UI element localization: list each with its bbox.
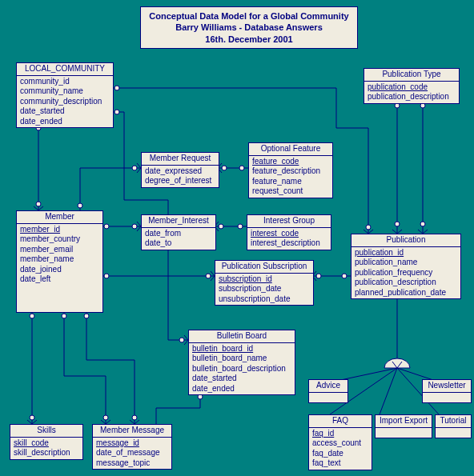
svg-point-48 xyxy=(104,274,109,278)
svg-point-49 xyxy=(206,274,211,278)
svg-point-23 xyxy=(132,415,137,420)
entity-publication-subscription: Publication Subscription subscription_id… xyxy=(215,260,314,306)
svg-line-83 xyxy=(392,362,397,368)
svg-point-27 xyxy=(104,224,109,229)
title-line3: 16th. December 2001 xyxy=(149,34,349,45)
entity-publication: Publication publication_id publication_n… xyxy=(351,234,461,299)
entity-member: Member member_id member_country member_e… xyxy=(16,210,103,313)
svg-point-64 xyxy=(420,222,425,226)
svg-point-59 xyxy=(395,222,400,226)
svg-point-4 xyxy=(36,202,41,206)
svg-point-38 xyxy=(78,203,82,208)
entity-member-request: Member Request date_expressed degree_of_… xyxy=(141,152,219,188)
entity-import-export: Import Export xyxy=(375,414,432,438)
entity-newsletter: Newsletter xyxy=(422,379,472,403)
title-line1: Conceptual Data Model for a Global Commu… xyxy=(149,10,349,22)
svg-point-28 xyxy=(132,224,137,229)
entity-interest-group: Interest Group interest_code interest_de… xyxy=(247,214,331,250)
svg-point-71 xyxy=(114,110,119,114)
svg-point-68 xyxy=(366,225,371,230)
svg-line-84 xyxy=(397,362,402,368)
entity-bulletin-board: Bulletin Board bulletin_board_id bulleti… xyxy=(188,330,295,395)
entity-tutorial: Tutorial xyxy=(435,414,472,438)
entity-optional-feature: Optional Feature feature_code feature_de… xyxy=(248,142,333,198)
entity-publication-type: Publication Type publication_code public… xyxy=(364,68,460,104)
entity-local-community: LOCAL_COMMUNITY community_id community_n… xyxy=(16,62,114,128)
title-line2: Barry Williams - Database Answers xyxy=(149,22,349,33)
svg-point-43 xyxy=(239,166,244,170)
svg-point-39 xyxy=(132,166,137,170)
svg-point-54 xyxy=(316,274,321,278)
svg-point-72 xyxy=(179,338,184,342)
entity-member-interest: Member_Interest date_from date_to xyxy=(141,214,216,250)
svg-line-80 xyxy=(380,368,397,414)
svg-point-16 xyxy=(103,415,108,420)
diagram-title: Conceptual Data Model for a Global Commu… xyxy=(140,6,358,49)
svg-point-9 xyxy=(30,415,34,420)
entity-faq: FAQ faq_id access_count faq_date faq_tex… xyxy=(308,414,372,470)
entity-skills: Skills skill_code skill_description xyxy=(10,424,83,460)
svg-point-32 xyxy=(238,224,243,229)
svg-point-44 xyxy=(222,166,227,170)
svg-point-58 xyxy=(395,103,400,108)
diagram-canvas: Conceptual Data Model for a Global Commu… xyxy=(0,0,474,476)
entity-header: LOCAL_COMMUNITY xyxy=(17,63,113,76)
svg-point-53 xyxy=(342,274,347,278)
svg-point-22 xyxy=(84,314,89,318)
entity-advice: Advice xyxy=(308,379,348,403)
entity-member-message: Member Message message_id date_of_messag… xyxy=(92,424,172,470)
svg-point-15 xyxy=(62,314,66,318)
svg-point-63 xyxy=(420,103,425,108)
svg-point-33 xyxy=(219,224,223,229)
svg-point-8 xyxy=(30,314,34,318)
svg-point-67 xyxy=(114,86,119,90)
